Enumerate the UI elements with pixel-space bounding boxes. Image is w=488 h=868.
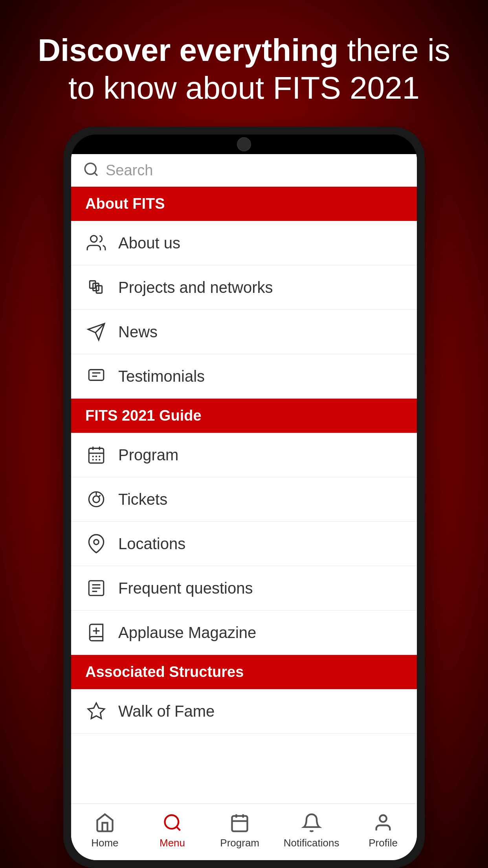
menu-item-projects-networks[interactable]: Projects and networks (71, 265, 417, 310)
home-icon (93, 811, 117, 835)
svg-rect-34 (232, 816, 248, 831)
svg-point-2 (90, 235, 97, 242)
about-us-label: About us (118, 234, 180, 252)
chat-icon (85, 365, 107, 387)
menu-item-locations[interactable]: Locations (71, 522, 417, 566)
nav-item-menu[interactable]: Menu (149, 811, 196, 849)
ticket-icon (85, 488, 107, 510)
section-header-fits-guide: FITS 2021 Guide (71, 399, 417, 433)
hero-section: Discover everything there is to know abo… (0, 0, 488, 127)
frequent-questions-label: Frequent questions (118, 579, 253, 597)
phone-device: Search About FITS About (63, 127, 425, 868)
locations-label: Locations (118, 535, 185, 553)
search-bar[interactable]: Search (71, 154, 417, 187)
program-label: Program (118, 446, 178, 464)
projects-networks-label: Projects and networks (118, 279, 273, 296)
news-label: News (118, 323, 158, 341)
calendar-icon (85, 444, 107, 466)
star-icon (85, 700, 107, 722)
menu-list: About FITS About us (71, 187, 417, 804)
people-icon (85, 232, 107, 254)
applause-magazine-label: Applause Magazine (118, 624, 256, 642)
menu-item-about-us[interactable]: About us (71, 221, 417, 265)
menu-item-program[interactable]: Program (71, 433, 417, 477)
location-icon (85, 533, 107, 555)
menu-item-frequent-questions[interactable]: Frequent questions (71, 566, 417, 611)
nav-notifications-label: Notifications (284, 837, 339, 849)
svg-line-33 (176, 827, 180, 830)
svg-point-38 (380, 815, 386, 822)
svg-line-1 (94, 173, 97, 176)
menu-item-testimonials[interactable]: Testimonials (71, 354, 417, 399)
nav-item-profile[interactable]: Profile (360, 811, 407, 849)
tickets-label: Tickets (118, 491, 167, 508)
hero-line2: to know about FITS 2021 (68, 70, 420, 105)
menu-item-applause-magazine[interactable]: Applause Magazine (71, 611, 417, 655)
nav-home-label: Home (91, 837, 118, 849)
menu-item-walk-of-fame[interactable]: Walk of Fame (71, 689, 417, 734)
hero-regular-text: there is (338, 33, 450, 68)
phone-screen-area: Search About FITS About (71, 134, 417, 860)
documents-icon (85, 276, 107, 298)
send-icon (85, 321, 107, 343)
search-icon (83, 161, 99, 179)
hero-bold-text: Discover everything (38, 33, 338, 68)
svg-point-24 (94, 540, 99, 545)
nav-program-label: Program (220, 837, 259, 849)
menu-item-news[interactable]: News (71, 310, 417, 354)
svg-point-0 (85, 163, 96, 174)
nav-profile-label: Profile (369, 837, 398, 849)
section-header-about-fits: About FITS (71, 187, 417, 221)
person-icon (371, 811, 395, 835)
menu-icon (161, 811, 184, 835)
svg-rect-8 (89, 370, 104, 380)
app-screen: Search About FITS About (71, 154, 417, 860)
nav-item-program[interactable]: Program (216, 811, 263, 849)
svg-marker-31 (88, 703, 105, 719)
testimonials-label: Testimonials (118, 368, 205, 385)
nav-item-home[interactable]: Home (81, 811, 128, 849)
svg-point-22 (93, 496, 100, 503)
faq-icon (85, 577, 107, 599)
bell-icon (300, 811, 323, 835)
front-camera (237, 137, 251, 151)
walk-of-fame-label: Walk of Fame (118, 702, 215, 720)
bottom-navigation: Home Menu (71, 804, 417, 860)
svg-point-32 (165, 815, 178, 829)
nav-item-notifications[interactable]: Notifications (284, 811, 339, 849)
calendar-nav-icon (228, 811, 251, 835)
menu-item-tickets[interactable]: Tickets (71, 477, 417, 522)
book-icon (85, 622, 107, 644)
search-placeholder: Search (106, 162, 153, 179)
nav-menu-label: Menu (160, 837, 185, 849)
section-header-associated-structures: Associated Structures (71, 655, 417, 689)
phone-notch (71, 134, 417, 154)
